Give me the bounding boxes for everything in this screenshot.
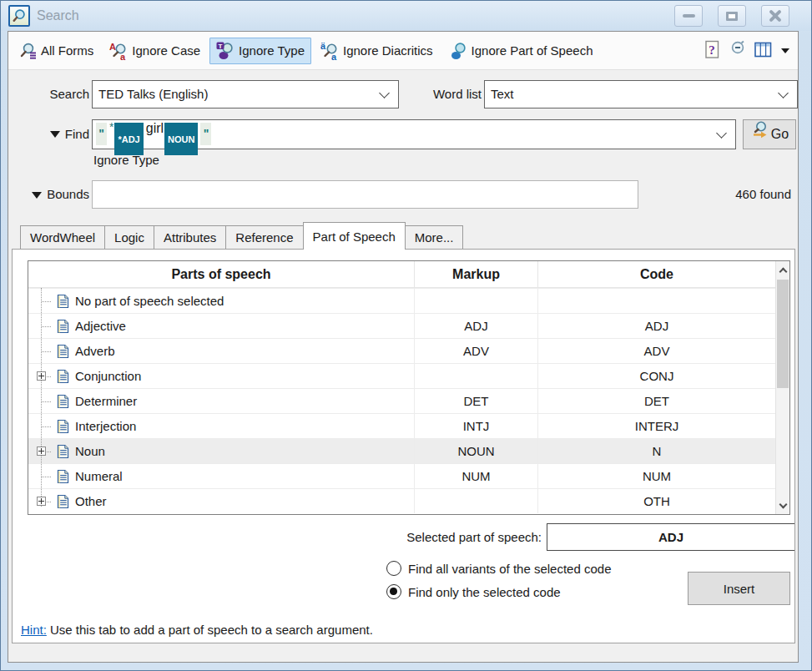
pos-code: N	[537, 439, 775, 463]
table-row-selected[interactable]: Noun NOUN N	[28, 438, 775, 463]
svg-text:a: a	[331, 51, 337, 60]
svg-text:T: T	[219, 42, 223, 49]
bounds-input[interactable]	[92, 180, 638, 209]
find-row: Find " * *ADJ girl NOUN "	[8, 119, 798, 149]
search-corpus-select[interactable]: TED Talks (English)	[92, 80, 399, 108]
tab-reference[interactable]: Reference	[225, 225, 303, 249]
tab-wordwheel[interactable]: WordWheel	[20, 225, 105, 249]
table-row[interactable]: No part of speech selected	[28, 288, 775, 313]
toolbar-button-label: Ignore Type	[239, 43, 305, 58]
toolbar: All Forms A a Ignore Case	[8, 32, 798, 70]
pos-markup	[414, 289, 537, 313]
columns-view-icon[interactable]	[754, 42, 772, 60]
hint-text: Hint: Use this tab to add a part of spee…	[21, 623, 373, 637]
document-icon	[57, 344, 69, 359]
radio-only-selected-label: Find only the selected code	[408, 585, 561, 599]
table-row[interactable]: Adverb ADV ADV	[28, 338, 775, 363]
results-count: 460 found	[735, 180, 791, 209]
document-icon	[57, 394, 69, 409]
magnifier-icon	[12, 8, 27, 23]
document-icon	[57, 294, 69, 309]
go-button[interactable]: Go	[743, 119, 796, 149]
document-icon	[57, 469, 69, 484]
header-markup: Markup	[414, 261, 537, 287]
find-annotation: Ignore Type	[93, 153, 159, 167]
minimize-button[interactable]	[674, 5, 703, 27]
radio-unchecked-icon[interactable]	[386, 561, 401, 576]
expand-plus-icon[interactable]	[37, 497, 46, 506]
view-dropdown-caret-icon[interactable]	[781, 48, 789, 53]
window-title: Search	[37, 8, 79, 23]
document-icon	[57, 369, 69, 384]
pos-code: OTH	[537, 489, 775, 513]
expand-plus-icon[interactable]	[37, 446, 46, 456]
pos-markup: INTJ	[414, 414, 537, 438]
svg-text:ä: ä	[320, 42, 326, 51]
bounds-label: Bounds	[8, 180, 89, 209]
wordlist-label: Word list	[401, 80, 482, 108]
close-button[interactable]	[761, 5, 789, 27]
toolbar-right-icons: ?	[704, 40, 789, 62]
table-row[interactable]: Determiner DET DET	[28, 388, 775, 413]
selected-pos-value: ADJ	[547, 523, 794, 551]
pos-markup	[414, 489, 537, 513]
close-icon	[769, 9, 782, 23]
scroll-down-icon[interactable]	[776, 497, 789, 514]
toolbar-ignore-pos-button[interactable]: Ignore Part of Speech	[442, 38, 600, 64]
table-row[interactable]: Adjective ADJ ADJ	[28, 313, 775, 338]
search-token: * *ADJ	[109, 123, 144, 146]
maximize-button[interactable]	[718, 5, 746, 27]
pos-name: No part of speech selected	[75, 294, 224, 308]
pos-name: Adjective	[75, 319, 126, 333]
svg-text:A: A	[109, 42, 116, 52]
go-label: Go	[771, 119, 789, 149]
pos-name: Adverb	[75, 344, 115, 358]
tab-part-of-speech[interactable]: Part of Speech	[303, 222, 406, 250]
help-icon[interactable]: ?	[704, 40, 721, 62]
zoom-out-icon[interactable]	[729, 40, 747, 61]
search-corpus-value: TED Talks (English)	[93, 80, 381, 108]
table-row[interactable]: Numeral NUM NUM	[28, 463, 775, 488]
radio-all-variants[interactable]: Find all variants of the selected code	[386, 559, 611, 578]
hint-body: Use this tab to add a part of speech to …	[47, 623, 373, 637]
maximize-icon	[726, 12, 738, 21]
table-row[interactable]: Conjunction CONJ	[28, 363, 775, 388]
ignore-diacritics-icon: ä a	[320, 42, 339, 60]
ignore-part-of-speech-icon	[449, 42, 467, 60]
pos-name: Numeral	[75, 469, 123, 483]
radio-only-selected[interactable]: Find only the selected code	[386, 583, 561, 601]
expand-plus-icon[interactable]	[37, 371, 46, 381]
tab-attributes[interactable]: Attributes	[154, 225, 226, 249]
toolbar-ignore-case-button[interactable]: A a Ignore Case	[103, 38, 207, 64]
table-scrollbar[interactable]	[775, 261, 789, 514]
toolbar-ignore-type-button[interactable]: T Ignore Type	[209, 38, 311, 64]
find-token-list: " * *ADJ girl NOUN "	[93, 120, 718, 149]
search-row: Search TED Talks (English) Word list Tex…	[8, 80, 798, 108]
chevron-down-icon	[778, 88, 789, 98]
toolbar-all-forms-button[interactable]: All Forms	[12, 38, 100, 64]
table-row[interactable]: Interjection INTJ INTERJ	[28, 413, 775, 438]
search-app-icon	[8, 5, 30, 27]
radio-checked-icon[interactable]	[386, 584, 401, 599]
scrollbar-thumb[interactable]	[777, 280, 789, 388]
toolbar-ignore-diacritics-button[interactable]: ä a Ignore Diacritics	[314, 38, 440, 64]
table-row[interactable]: Other OTH	[28, 488, 775, 513]
all-forms-icon	[18, 42, 37, 60]
pos-code: NUM	[537, 464, 775, 488]
chevron-down-icon	[379, 88, 390, 98]
insert-button[interactable]: Insert	[688, 572, 790, 605]
find-input[interactable]: " * *ADJ girl NOUN "	[92, 119, 736, 149]
tab-more[interactable]: More...	[405, 225, 464, 249]
pos-badge: *ADJ	[114, 123, 143, 155]
wordlist-select[interactable]: Text	[484, 80, 798, 108]
pos-markup: DET	[414, 389, 537, 413]
document-icon	[57, 319, 69, 334]
titlebar[interactable]: Search	[1, 1, 811, 31]
ignore-type-icon: T	[216, 42, 235, 60]
pos-code: CONJ	[537, 364, 775, 388]
scroll-up-icon[interactable]	[776, 261, 789, 278]
document-icon	[57, 494, 69, 509]
hint-link[interactable]: Hint:	[21, 623, 47, 637]
tab-logic[interactable]: Logic	[104, 225, 154, 249]
quote-token: "	[200, 123, 211, 145]
